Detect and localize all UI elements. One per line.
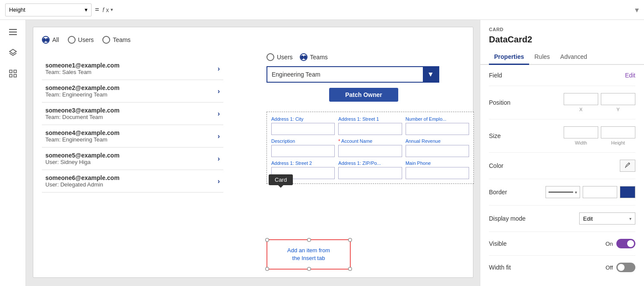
position-row: Position 0 294 X Y <box>489 93 635 112</box>
visible-toggle-container: On <box>606 239 635 248</box>
color-swatch[interactable] <box>620 160 635 172</box>
fx-icon: f <box>102 6 104 13</box>
field-input-city[interactable]: Dallas <box>271 123 335 135</box>
field-label: Field <box>489 72 523 79</box>
radio-users[interactable]: Users <box>68 36 94 44</box>
field-label-account: * Account Name <box>338 138 402 144</box>
display-mode-label: Display mode <box>489 215 526 222</box>
visible-label: Visible <box>489 240 523 247</box>
form-field-account: * Account Name Litware, Inc. (sample <box>338 138 402 157</box>
formula-expand-icon[interactable]: ▾ <box>635 5 639 15</box>
properties-panel: CARD DataCard2 Properties Rules Advanced… <box>480 20 644 286</box>
inner-radio-teams[interactable]: Teams <box>300 53 328 61</box>
user-team: User: Sidney Higa <box>45 159 120 165</box>
list-item[interactable]: someone6@example.comUser: Delegated Admi… <box>42 170 223 193</box>
position-y-input[interactable]: 294 <box>601 93 635 105</box>
width-sublabel: Width <box>564 140 598 145</box>
fx-button[interactable]: fx ▾ <box>102 6 113 13</box>
divider <box>489 152 635 153</box>
border-chevron-icon: ▾ <box>575 190 577 195</box>
visible-toggle[interactable] <box>616 239 635 248</box>
property-label: Height <box>9 6 25 13</box>
hamburger-menu-icon[interactable] <box>6 25 20 39</box>
svg-rect-5 <box>14 70 16 73</box>
field-input-phone[interactable]: 555-0151 <box>406 167 469 179</box>
field-edit-button[interactable]: Edit <box>625 72 635 79</box>
svg-rect-2 <box>9 34 17 35</box>
svg-marker-3 <box>10 49 16 54</box>
selection-handle-tr[interactable] <box>348 238 352 242</box>
field-row: Field Edit <box>489 72 635 79</box>
layers-icon[interactable] <box>6 46 20 60</box>
field-label-phone: Main Phone <box>406 161 469 166</box>
radio-users-label: Users <box>78 36 94 43</box>
user-email: someone6@example.com <box>45 174 120 181</box>
user-team: Team: Engineering Team <box>45 136 120 143</box>
position-inputs: 0 294 X Y <box>564 93 635 112</box>
radio-teams[interactable]: Teams <box>102 36 130 44</box>
user-email: someone4@example.com <box>45 129 120 136</box>
size-width-input[interactable]: 233 <box>564 126 598 138</box>
divider <box>489 231 635 232</box>
radio-all[interactable]: All <box>42 36 59 44</box>
inner-radio-teams-label: Teams <box>310 54 328 61</box>
visible-row: Visible On <box>489 239 635 248</box>
chevron-right-icon: › <box>218 155 220 163</box>
inner-radio-users[interactable]: Users <box>266 53 293 61</box>
tab-advanced[interactable]: Advanced <box>555 50 592 65</box>
user-email: someone1@example.com <box>45 62 120 69</box>
team-dropdown[interactable]: Engineering Team ▼ <box>266 66 439 83</box>
divider <box>489 119 635 119</box>
list-item[interactable]: someone1@example.comTeam: Sales Team › <box>42 58 223 80</box>
radio-users-circle <box>68 36 76 44</box>
dropdown-arrow-icon: ▼ <box>423 67 438 82</box>
equals-sign: = <box>95 6 99 14</box>
list-item[interactable]: someone2@example.comTeam: Engineering Te… <box>42 80 223 103</box>
tab-rules[interactable]: Rules <box>529 50 555 65</box>
field-label-street1: Address 1: Street 1 <box>338 116 402 122</box>
border-color-swatch[interactable] <box>620 186 635 198</box>
selection-handle-tm[interactable] <box>307 238 311 242</box>
tab-properties[interactable]: Properties <box>489 50 529 65</box>
field-input-account[interactable]: Litware, Inc. (sample <box>338 145 402 157</box>
selection-handle-tl[interactable] <box>265 238 269 242</box>
field-input-revenue[interactable]: 20000 <box>406 145 469 157</box>
top-radio-group: All Users Teams <box>42 36 464 44</box>
field-input-street1[interactable]: 100 Red Oak Lane <box>338 123 402 135</box>
width-fit-row: Width fit Off <box>489 263 635 272</box>
display-mode-value: Edit <box>583 215 593 222</box>
svg-rect-1 <box>9 32 17 32</box>
color-row: Color <box>489 160 635 172</box>
formula-input[interactable]: 100 <box>117 3 631 16</box>
list-item[interactable]: someone5@example.comUser: Sidney Higa › <box>42 148 223 170</box>
selection-handle-bl[interactable] <box>265 267 269 271</box>
position-x-input[interactable]: 0 <box>564 93 598 105</box>
list-item[interactable]: someone3@example.comTeam: Document Team … <box>42 103 223 125</box>
patch-owner-button[interactable]: Patch Owner <box>329 88 398 102</box>
field-input-zip[interactable]: 20313 <box>338 167 402 179</box>
field-input-description[interactable] <box>271 145 335 157</box>
x-label: x <box>106 6 109 13</box>
inner-radio-group: Users Teams <box>266 53 461 61</box>
border-style-select[interactable]: ▾ <box>546 186 580 198</box>
field-input-employees[interactable]: 6000 <box>406 123 469 135</box>
width-fit-toggle-container: Off <box>606 263 635 272</box>
svg-rect-4 <box>10 70 12 73</box>
size-height-input[interactable]: 100 <box>601 126 635 138</box>
y-sublabel: Y <box>601 107 635 112</box>
grid-icon[interactable] <box>6 67 20 80</box>
size-row: Size 233 100 Width Height <box>489 126 635 145</box>
user-team: Team: Engineering Team <box>45 91 120 98</box>
width-fit-toggle[interactable] <box>616 263 635 272</box>
list-item[interactable]: someone4@example.comTeam: Engineering Te… <box>42 125 223 148</box>
form-field-employees: Number of Emplo... 6000 <box>406 116 469 135</box>
border-width-input[interactable]: 0 <box>583 186 617 198</box>
user-email: someone3@example.com <box>45 107 120 114</box>
property-dropdown[interactable]: Height ▾ <box>5 3 92 16</box>
display-mode-row: Display mode Edit ▾ <box>489 212 635 225</box>
selection-handle-bm[interactable] <box>307 267 311 271</box>
display-mode-dropdown[interactable]: Edit ▾ <box>579 212 635 225</box>
radio-all-circle <box>42 36 50 44</box>
selection-handle-br[interactable] <box>348 267 352 271</box>
svg-rect-6 <box>10 74 12 77</box>
